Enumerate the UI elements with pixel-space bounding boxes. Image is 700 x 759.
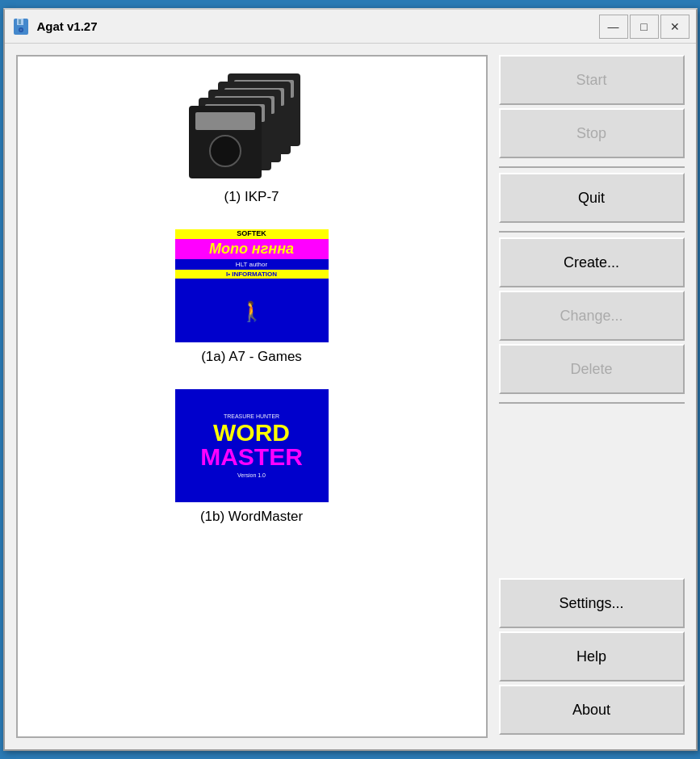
- separator-2: [499, 231, 685, 233]
- wm-thumbnail: TREASURE HUNTER WORD MASTER Version 1.0: [175, 389, 329, 502]
- quit-button[interactable]: Quit: [499, 173, 685, 223]
- item-label-a7: (1a) A7 - Games: [201, 349, 302, 365]
- list-scroll[interactable]: (1) IKP-7 SOFTEK Мопо нгнна: [18, 57, 486, 736]
- item-label-wm: (1b) WordMaster: [200, 509, 303, 525]
- delete-button[interactable]: Delete: [499, 344, 685, 394]
- list-item[interactable]: SOFTEK Мопо нгнна НLT author I• INFORMAT…: [31, 229, 473, 365]
- settings-button[interactable]: Settings...: [499, 578, 685, 628]
- a7-character-area: 🚶: [175, 279, 329, 343]
- window-title: Agat v1.27: [37, 19, 599, 33]
- wm-word2-text: MASTER: [200, 445, 303, 469]
- wm-header-text: TREASURE HUNTER: [224, 413, 279, 419]
- list-item[interactable]: (1) IKP-7: [31, 69, 473, 205]
- maximize-button[interactable]: □: [630, 15, 659, 39]
- create-button[interactable]: Create...: [499, 237, 685, 287]
- svg-rect-2: [19, 19, 21, 24]
- main-window: Agat v1.27 — □ ✕: [3, 8, 698, 751]
- change-button[interactable]: Change...: [499, 291, 685, 341]
- stick-figure-icon: 🚶: [240, 300, 264, 323]
- wm-version-text: Version 1.0: [237, 472, 266, 478]
- list-item[interactable]: TREASURE HUNTER WORD MASTER Version 1.0 …: [31, 389, 473, 525]
- a7-subtitle-text: НLT author: [175, 259, 329, 270]
- item-image-wm: TREASURE HUNTER WORD MASTER Version 1.0: [175, 389, 329, 502]
- a7-info-text: I• INFORMATION: [175, 270, 329, 279]
- separator-1: [499, 166, 685, 168]
- title-bar: Agat v1.27 — □ ✕: [5, 10, 696, 44]
- a7-title-text: Мопо нгнна: [175, 239, 329, 259]
- spacer: [499, 409, 685, 578]
- item-image-ikp7: [175, 69, 329, 182]
- item-image-a7: SOFTEK Мопо нгнна НLT author I• INFORMAT…: [175, 229, 329, 342]
- about-button[interactable]: About: [499, 685, 685, 735]
- minimize-button[interactable]: —: [599, 15, 628, 39]
- window-controls: — □ ✕: [599, 15, 690, 39]
- content-area: (1) IKP-7 SOFTEK Мопо нгнна: [5, 44, 696, 749]
- separator-3: [499, 402, 685, 404]
- start-button[interactable]: Start: [499, 55, 685, 105]
- item-label-ikp7: (1) IKP-7: [224, 189, 279, 205]
- app-icon: [11, 17, 31, 36]
- close-button[interactable]: ✕: [660, 15, 690, 39]
- wm-word1-text: WORD: [213, 421, 290, 445]
- a7-header-text: SOFTEK: [175, 229, 329, 239]
- a7-thumbnail: SOFTEK Мопо нгнна НLT author I• INFORMAT…: [175, 229, 329, 342]
- floppy-disk-5: [189, 106, 262, 178]
- floppy-stack: [187, 73, 316, 178]
- stop-button[interactable]: Stop: [499, 108, 685, 158]
- help-button[interactable]: Help: [499, 631, 685, 681]
- button-panel: Start Stop Quit Create... Change... Dele…: [499, 55, 685, 738]
- list-panel: (1) IKP-7 SOFTEK Мопо нгнна: [16, 55, 488, 738]
- svg-point-4: [19, 28, 22, 31]
